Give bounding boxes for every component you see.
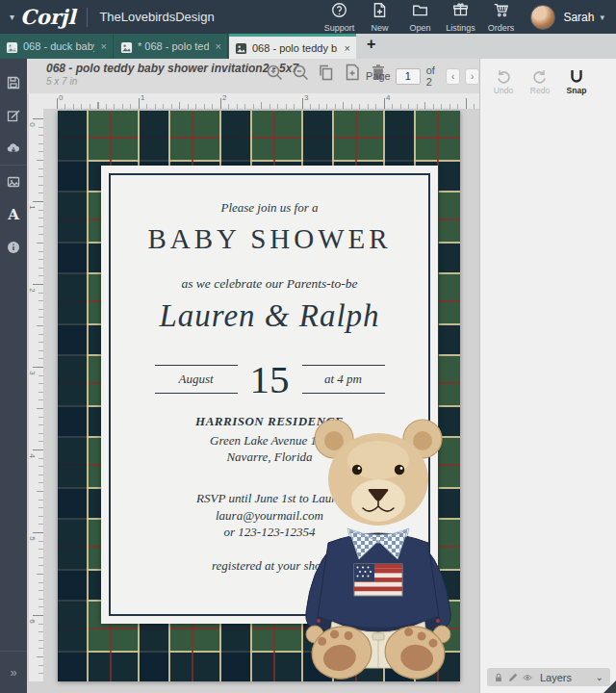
chevron-left-icon: ‹ <box>451 71 454 82</box>
user-avatar[interactable] <box>530 5 555 30</box>
polo-teddy-bear-image[interactable] <box>295 414 462 681</box>
date-time-text[interactable]: at 4 pm <box>302 365 385 394</box>
resize-corner-handle[interactable] <box>603 680 616 693</box>
date-row: August 15 at 4 pm <box>101 356 438 402</box>
text-tool-button[interactable]: A <box>0 198 27 231</box>
ruler-corner <box>29 93 43 109</box>
zoom-in-icon <box>266 64 283 81</box>
ruler-number: 0 <box>59 93 63 102</box>
chevron-right-icon: › <box>471 71 474 82</box>
tab-duck-baby-shower[interactable]: 068 - duck baby s... × <box>0 34 114 59</box>
page-controls: Page of 2 ‹ › <box>366 64 479 88</box>
ruler-number: 6 <box>28 619 37 623</box>
zoom-out-button[interactable] <box>292 64 309 81</box>
history-controls: Undo Redo Snap <box>490 68 590 95</box>
invite-subtitle-text[interactable]: as we celebrate our Parents-to-be <box>101 276 438 292</box>
couple-names-text[interactable]: Lauren & Ralph <box>101 298 438 334</box>
images-button[interactable] <box>0 166 27 198</box>
document-tabstrip: 068 - duck baby s... × * 068 - polo tedd… <box>0 34 616 59</box>
document-size: 5 x 7 in <box>46 76 298 87</box>
orders-cart-icon <box>493 2 509 22</box>
canvas-workarea: 068 - polo teddy baby shower invitation2… <box>27 59 479 693</box>
lock-icon <box>494 673 503 682</box>
add-page-icon <box>344 64 361 81</box>
ruler-number: 0 <box>28 122 37 126</box>
double-chevron-right-icon: » <box>10 665 16 680</box>
page-number-input[interactable] <box>396 68 421 85</box>
next-page-button[interactable]: › <box>465 68 479 85</box>
edit-pages-button[interactable] <box>0 99 27 132</box>
ruler-number: 1 <box>28 205 37 209</box>
tab-close-icon[interactable]: × <box>345 42 350 54</box>
tab-label: 068 - duck baby s... <box>23 40 94 52</box>
invite-intro-text[interactable]: Please join us for a <box>101 200 438 216</box>
support-button[interactable]: Support <box>319 2 359 33</box>
vertical-ruler: 0 1 2 3 4 5 6 <box>29 109 43 681</box>
user-menu-caret-icon[interactable]: ▾ <box>600 13 604 22</box>
workspace-name: TheLovebirdsDesign <box>99 10 214 24</box>
add-page-button[interactable] <box>344 64 361 81</box>
eye-icon <box>523 673 532 682</box>
tab-label: 068 - polo teddy b... <box>252 42 338 54</box>
new-tab-button[interactable]: + <box>367 36 375 53</box>
pencil-icon <box>508 673 518 682</box>
tab-close-icon[interactable]: × <box>101 40 107 52</box>
orders-button[interactable]: Orders <box>480 2 521 33</box>
file-thumbnail-icon <box>120 40 133 53</box>
tools-sidebar: A » <box>0 59 27 693</box>
corjl-editor-window: ▾ Corjl TheLovebirdsDesign Support New <box>0 0 616 693</box>
duplicate-page-button[interactable] <box>318 64 335 81</box>
user-name: Sarah <box>563 11 594 24</box>
info-button[interactable] <box>0 231 27 264</box>
right-panel: Undo Redo Snap Layers ⌄ <box>479 59 616 693</box>
corjl-logo[interactable]: Corjl <box>20 5 75 29</box>
ruler-number: 4 <box>386 93 390 102</box>
document-title-block: 068 - polo teddy baby shower invitation2… <box>46 62 298 87</box>
page-label: Page <box>366 70 391 82</box>
undo-icon <box>496 68 511 84</box>
invite-title-text[interactable]: BABY SHOWER <box>101 223 438 255</box>
ruler-number: 5 <box>28 536 37 540</box>
layers-panel-toggle[interactable]: Layers ⌄ <box>487 668 610 686</box>
ruler-number: 4 <box>28 453 37 457</box>
edit-document-icon <box>7 109 20 122</box>
document-toolbar: 068 - polo teddy baby shower invitation2… <box>27 59 479 93</box>
tab-label: * 068 - polo tedd... <box>138 40 209 52</box>
new-document-icon <box>372 2 388 22</box>
redo-icon <box>532 68 548 84</box>
save-button[interactable] <box>0 66 27 99</box>
ruler-number: 2 <box>28 288 37 292</box>
info-icon <box>7 241 20 254</box>
layers-label: Layers <box>540 672 572 683</box>
top-header: ▾ Corjl TheLovebirdsDesign Support New <box>0 0 616 34</box>
save-icon <box>7 76 20 90</box>
date-month-text[interactable]: August <box>155 365 238 394</box>
open-button[interactable]: Open <box>399 2 440 33</box>
ruler-number: 1 <box>141 93 144 102</box>
magnet-icon <box>569 68 584 84</box>
redo-button[interactable]: Redo <box>526 68 553 95</box>
horizontal-ruler: 0 1 2 3 4 <box>43 93 479 109</box>
sidebar-expand-button[interactable]: » <box>0 651 27 693</box>
zoom-out-icon <box>292 64 309 81</box>
document-title: 068 - polo teddy baby shower invitation2… <box>46 62 298 75</box>
ruler-number: 2 <box>222 93 226 102</box>
zoom-in-button[interactable] <box>266 64 283 81</box>
date-day-text[interactable]: 15 <box>250 356 290 402</box>
previous-page-button[interactable]: ‹ <box>446 68 460 85</box>
design-canvas-plaid-background[interactable]: Please join us for a BABY SHOWER as we c… <box>58 111 460 681</box>
chevron-down-icon: ⌄ <box>596 672 603 682</box>
support-icon <box>331 2 347 22</box>
open-folder-icon <box>412 2 428 22</box>
tab-polo-teddy-active[interactable]: 068 - polo teddy b... × <box>229 34 356 59</box>
tab-close-icon[interactable]: × <box>216 40 221 52</box>
snap-toggle-button[interactable]: Snap <box>563 68 590 95</box>
upload-download-button[interactable] <box>0 132 27 165</box>
undo-button[interactable]: Undo <box>490 68 517 95</box>
image-icon <box>7 175 20 189</box>
app-menu-caret-icon[interactable]: ▾ <box>10 12 14 22</box>
text-tool-icon: A <box>8 206 19 223</box>
tab-polo-teddy-unsaved[interactable]: * 068 - polo tedd... × <box>115 34 228 59</box>
listings-button[interactable]: Listings <box>440 2 480 33</box>
new-document-button[interactable]: New <box>359 2 399 33</box>
